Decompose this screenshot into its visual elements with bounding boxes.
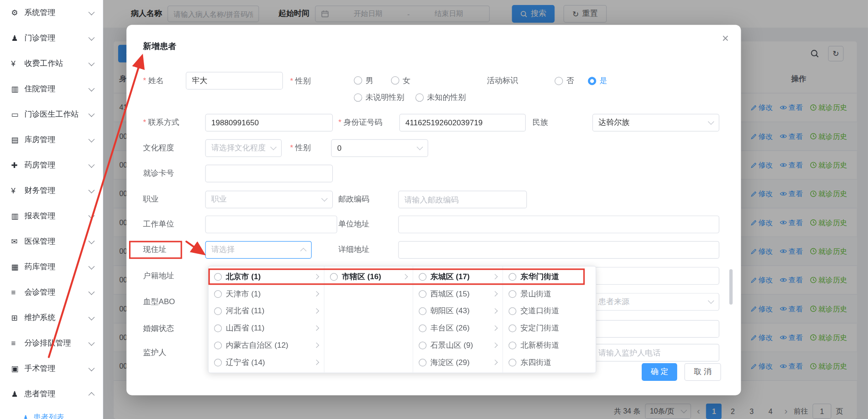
sidebar-item[interactable]: ♟ 门诊管理	[0, 25, 103, 51]
sidebar-item[interactable]: ≡ 会诊管理	[0, 280, 103, 305]
field-name: 姓名	[143, 72, 283, 89]
right-column-input-2[interactable]	[592, 320, 719, 338]
cascader-city-option[interactable]: 市辖区 (16)	[324, 268, 412, 286]
field-postal-code: 邮政编码	[338, 191, 527, 208]
insurance-envelope-icon: ✉	[11, 237, 24, 246]
radio-male[interactable]: 男	[354, 75, 374, 85]
sidebar-item[interactable]: ¥ 收费工作站	[0, 51, 103, 76]
name-input[interactable]	[186, 72, 283, 89]
visit-card-input[interactable]	[205, 165, 333, 182]
cascader-district-option[interactable]: 石景山区 (9)	[413, 337, 503, 354]
detail-address-input[interactable]	[398, 241, 719, 259]
modal-scrollbar[interactable]	[729, 269, 733, 305]
field-visit-card: 就诊卡号	[143, 165, 333, 182]
cascader-district-option[interactable]: 朝阳区 (43)	[413, 302, 503, 320]
patient-icon: ♟	[11, 389, 24, 398]
maintenance-grid-icon: ⊞	[11, 313, 24, 322]
sidebar-item[interactable]: ▤ 库房管理	[0, 127, 103, 153]
cascader-street-option[interactable]: 交道口街道	[503, 302, 595, 320]
unit-address-input[interactable]	[398, 216, 719, 233]
chevron-right-icon	[493, 325, 498, 331]
radio-icon	[330, 273, 338, 281]
postal-code-input[interactable]	[398, 191, 527, 208]
chevron-icon	[88, 136, 95, 142]
radio-female[interactable]: 女	[391, 75, 410, 85]
radio-unknown-gender[interactable]: 未知的性别	[415, 93, 466, 103]
chevron-icon	[88, 288, 95, 295]
chevron-down-icon	[708, 298, 714, 304]
chevron-icon	[88, 161, 95, 168]
sidebar-item[interactable]: ≡ 分诊排队管理	[0, 330, 103, 356]
guardian-phone-input[interactable]	[592, 344, 719, 361]
radio-active-yes[interactable]: 是	[588, 76, 608, 86]
cascader-district-option[interactable]: 西城区 (15)	[413, 285, 503, 302]
cascader-district-option[interactable]: 东城区 (17)	[413, 268, 503, 286]
doctor-workstation-icon: ▭	[11, 110, 24, 118]
modal-title: 新增患者	[143, 41, 176, 52]
cascader-street-option[interactable]: 东四街道	[503, 354, 595, 371]
sidebar-item[interactable]: ⚙ 系统管理	[0, 0, 103, 25]
confirm-button[interactable]: 确 定	[642, 363, 677, 381]
cascader-province-option[interactable]: 北京市 (1)	[209, 268, 324, 286]
id-number-input[interactable]	[399, 114, 526, 132]
drug-store-icon: ▦	[11, 262, 24, 271]
radio-icon	[214, 290, 222, 298]
contact-input[interactable]	[205, 114, 333, 132]
cascader-province-option[interactable]: 山西省 (11)	[209, 320, 324, 337]
cancel-button[interactable]: 取 消	[684, 363, 721, 381]
chevron-up-icon	[300, 248, 307, 254]
field-id-number: 身份证号码	[338, 114, 525, 132]
cascader-province-option[interactable]: 内蒙古自治区 (12)	[209, 337, 324, 354]
cascader-street-option[interactable]: 安定门街道	[503, 320, 595, 337]
pharmacy-cross-icon: ✚	[11, 161, 24, 169]
radio-active-no[interactable]: 否	[554, 76, 574, 86]
chevron-down-icon	[708, 118, 714, 125]
cascader-province-option[interactable]: 天津市 (1)	[209, 285, 324, 302]
sidebar-item[interactable]: ▭ 门诊医生工作站	[0, 102, 103, 127]
chevron-icon	[88, 365, 95, 371]
sidebar-item[interactable]: ♟ 患者管理	[0, 381, 103, 407]
patient-list-icon: ♟	[22, 414, 33, 419]
sidebar-item[interactable]: ▦ 药库管理	[0, 254, 103, 280]
sidebar-item-patient-list[interactable]: ♟ 患者列表	[0, 407, 103, 419]
radio-unstated-gender[interactable]: 未说明性别	[354, 93, 404, 103]
radio-icon	[509, 290, 517, 298]
sidebar-item[interactable]: ✉ 医保管理	[0, 229, 103, 254]
cascader-street-option[interactable]: 东华门街道	[503, 268, 595, 286]
field-right-1	[592, 267, 719, 285]
chevron-icon	[88, 85, 95, 91]
sidebar-item[interactable]: ▥ 报表管理	[0, 203, 103, 229]
radio-icon	[214, 273, 222, 281]
chevron-icon	[88, 263, 95, 269]
field-active-flag: 活动标识 否 是	[487, 72, 608, 89]
app: ⚙ 系统管理 ♟ 门诊管理 ¥ 收费工作站 ▥	[0, 0, 868, 419]
occupation-select[interactable]: 职业	[205, 191, 333, 208]
cascader-district-option[interactable]: 海淀区 (29)	[413, 354, 503, 371]
education-select[interactable]: 请选择文化程度	[205, 139, 282, 157]
sidebar-item[interactable]: ¥ 财务管理	[0, 178, 103, 203]
sidebar-item[interactable]: ▥ 住院管理	[0, 76, 103, 102]
cascader-province-option[interactable]: 辽宁省 (14)	[209, 354, 324, 371]
sidebar-item[interactable]: ✚ 药房管理	[0, 153, 103, 178]
cascader-district-column: 东城区 (17) 西城区 (15) 朝阳区 (43)	[413, 266, 503, 373]
chevron-icon	[88, 59, 95, 66]
patient-source-select[interactable]: 患者来源	[592, 293, 719, 311]
cascader-district-option[interactable]: 丰台区 (26)	[413, 320, 503, 337]
current-address-cascader[interactable]: 请选择	[205, 241, 312, 259]
sidebar-item[interactable]: ▣ 手术管理	[0, 356, 103, 381]
field-current-address: 现住址 请选择	[143, 241, 312, 259]
work-unit-input[interactable]	[205, 216, 337, 233]
chevron-icon	[88, 34, 95, 40]
cascader-street-option[interactable]: 北新桥街道	[503, 337, 595, 354]
chevron-right-icon	[314, 342, 319, 348]
radio-icon	[214, 341, 222, 349]
cascader-street-option[interactable]: 景山街道	[503, 285, 595, 302]
cascader-province-option[interactable]: 河北省 (11)	[209, 302, 324, 320]
radio-icon	[419, 359, 426, 366]
chevron-right-icon	[493, 274, 498, 279]
sidebar-item[interactable]: ⊞ 维护系统	[0, 305, 103, 330]
close-icon[interactable]: ×	[722, 31, 729, 44]
gender-code-select[interactable]: 0	[331, 139, 429, 157]
ethnicity-select[interactable]: 达斡尔族	[592, 114, 719, 132]
right-column-input-1[interactable]	[592, 267, 719, 285]
